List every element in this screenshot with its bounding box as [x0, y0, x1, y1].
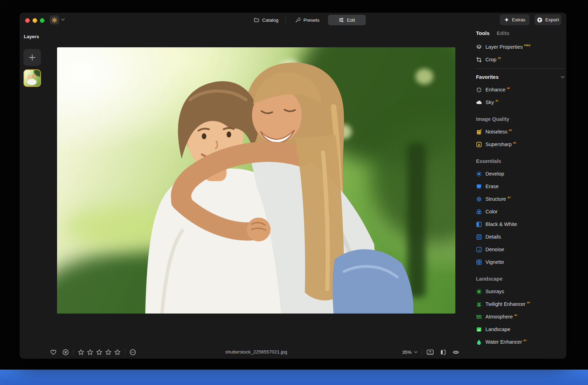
- traffic-lights: [25, 18, 44, 23]
- export-up-arrow-icon: [537, 17, 542, 23]
- zoom-window-button[interactable]: [40, 18, 44, 23]
- app-logo-button[interactable]: [50, 15, 59, 25]
- app-window: Catalog Presets Edit: [20, 13, 566, 359]
- tool-label: Erase: [485, 184, 499, 189]
- tool-label: Develop: [485, 171, 504, 177]
- water-drop-icon: [476, 339, 482, 345]
- tool-supersharp[interactable]: Supersharp AI: [476, 138, 565, 151]
- supersharp-icon: [476, 142, 482, 147]
- desktop-wallpaper-strip: [0, 370, 588, 385]
- export-button-label: Export: [545, 17, 559, 22]
- favorite-heart-icon[interactable]: [50, 349, 57, 356]
- add-layer-button[interactable]: [23, 49, 41, 66]
- tool-landscape[interactable]: Landscape: [476, 323, 565, 336]
- filmstrip-panel-icon[interactable]: [426, 349, 434, 356]
- section-title: Essentials: [476, 158, 501, 164]
- tool-label: Water Enhancer: [485, 339, 522, 345]
- sunset-icon: [476, 301, 482, 307]
- tab-edits[interactable]: Edits: [497, 30, 510, 36]
- layers-panel-title: Layers: [24, 34, 39, 39]
- tab-tools[interactable]: Tools: [476, 30, 490, 36]
- ai-badge: AI: [527, 301, 530, 304]
- tool-layer-properties[interactable]: Layer Properties PRO: [476, 41, 565, 53]
- section-image-quality: Image Quality: [476, 113, 565, 125]
- sliders-icon: [338, 17, 344, 23]
- tools-panel: Tools Edits Layer Properties PRO Crop AI: [476, 30, 565, 348]
- tool-atmosphere[interactable]: Atmosphere AI: [476, 310, 565, 323]
- tool-sunrays[interactable]: Sunrays: [476, 285, 565, 298]
- sun-icon: [476, 171, 482, 177]
- zoom-chevron-icon[interactable]: [414, 351, 418, 353]
- tab-edit[interactable]: Edit: [328, 15, 366, 25]
- tool-details[interactable]: Details: [476, 231, 565, 243]
- tool-label: Atmosphere: [485, 314, 513, 319]
- tool-vignette[interactable]: Vignette: [476, 256, 565, 268]
- tool-black-white[interactable]: Black & White: [476, 218, 565, 231]
- half-filled-square-icon: [476, 221, 482, 227]
- tool-erase[interactable]: Erase: [476, 180, 565, 193]
- tool-label: Supersharp: [485, 142, 512, 147]
- tab-presets[interactable]: Presets: [291, 15, 324, 25]
- dots-cluster-icon: [476, 196, 482, 202]
- ai-badge: AI: [513, 141, 516, 144]
- tool-structure[interactable]: Structure AI: [476, 193, 565, 205]
- tool-label: Sunrays: [485, 289, 504, 294]
- tool-develop[interactable]: Develop: [476, 167, 565, 180]
- tab-edit-label: Edit: [347, 18, 355, 23]
- tool-enhance[interactable]: Enhance AI: [476, 83, 565, 96]
- panel-divider: [476, 68, 565, 69]
- vignette-icon: [476, 259, 482, 265]
- tool-label: Structure: [485, 196, 506, 202]
- tool-color[interactable]: Color: [476, 205, 565, 218]
- section-essentials: Essentials: [476, 155, 565, 167]
- waves-icon: [476, 314, 482, 320]
- tool-label: Twilight Enhancer: [485, 301, 525, 307]
- plus-icon: [28, 54, 36, 61]
- crop-icon: [476, 57, 482, 63]
- minimize-window-button[interactable]: [33, 18, 37, 23]
- chevron-down-icon[interactable]: [561, 76, 565, 78]
- preview-eye-icon[interactable]: [452, 349, 460, 356]
- denoise-icon: [476, 247, 482, 253]
- sparkle-icon: [504, 17, 509, 22]
- layers-icon: [476, 44, 482, 50]
- tool-label: Details: [485, 234, 501, 240]
- ai-badge: AI: [498, 56, 501, 60]
- zoom-level-value[interactable]: 35%: [402, 350, 412, 355]
- sunrays-icon: [476, 289, 482, 295]
- extras-button[interactable]: Extras: [500, 14, 530, 25]
- export-button[interactable]: Export: [534, 14, 561, 25]
- tool-water-enhancer[interactable]: Water Enhancer AI: [476, 336, 565, 348]
- tool-noiseless[interactable]: Noiseless AI: [476, 125, 565, 138]
- tool-label: Black & White: [485, 221, 517, 227]
- section-title: Favorites: [476, 74, 498, 80]
- tool-label: Enhance: [485, 87, 505, 92]
- extras-button-label: Extras: [512, 17, 525, 22]
- tool-label: Crop: [485, 57, 496, 62]
- tab-presets-label: Presets: [303, 18, 320, 23]
- tool-label: Denoise: [485, 247, 504, 252]
- ai-badge: AI: [507, 196, 511, 199]
- screen: Catalog Presets Edit: [0, 0, 588, 385]
- section-favorites[interactable]: Favorites: [476, 71, 565, 83]
- tool-label: Layer Properties: [485, 44, 523, 50]
- tool-denoise[interactable]: Denoise: [476, 243, 565, 256]
- filename-label: shutterstock_2256557021.jpg: [57, 349, 455, 355]
- tab-catalog[interactable]: Catalog: [250, 15, 283, 25]
- layer-thumbnail-selected[interactable]: [23, 69, 41, 87]
- ai-badge: AI: [495, 99, 498, 102]
- tool-sky[interactable]: Sky AI: [476, 96, 565, 109]
- photo-canvas[interactable]: [57, 47, 455, 314]
- close-window-button[interactable]: [25, 18, 30, 23]
- pro-badge: PRO: [524, 44, 531, 47]
- tool-twilight-enhancer[interactable]: Twilight Enhancer AI: [476, 298, 565, 310]
- tool-label: Noiseless: [485, 129, 507, 135]
- tool-label: Color: [485, 209, 498, 214]
- landscape-image-icon: [476, 326, 482, 332]
- app-menu-chevron-icon[interactable]: [61, 19, 65, 21]
- compare-before-after-icon[interactable]: [440, 349, 447, 356]
- tool-crop[interactable]: Crop AI: [476, 53, 565, 66]
- folder-icon: [254, 17, 259, 23]
- tab-divider: [286, 17, 286, 23]
- tool-label: Vignette: [485, 259, 504, 265]
